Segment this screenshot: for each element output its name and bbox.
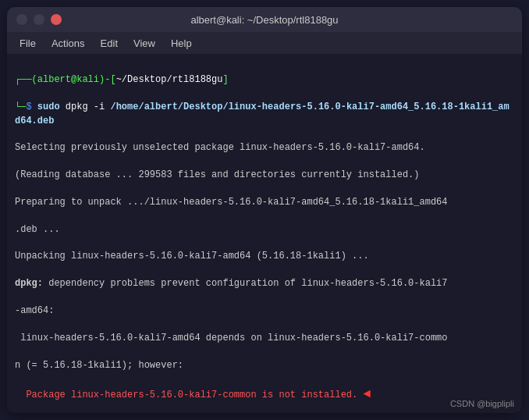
menu-view[interactable]: View <box>127 36 162 51</box>
minimize-button[interactable] <box>16 14 27 25</box>
window-buttons <box>16 14 62 25</box>
maximize-button[interactable] <box>34 14 44 25</box>
close-button[interactable] <box>51 14 62 25</box>
menu-actions[interactable]: Actions <box>45 36 91 51</box>
menu-file[interactable]: File <box>13 36 42 51</box>
menu-help[interactable]: Help <box>165 36 198 51</box>
menubar: File Actions Edit View Help <box>7 32 522 54</box>
terminal-body[interactable]: ┌──(albert@kali)-[~/Desktop/rtl8188gu] └… <box>7 54 522 413</box>
menu-edit[interactable]: Edit <box>94 36 124 51</box>
watermark: CSDN @bigplipli <box>450 399 514 408</box>
titlebar: albert@kali: ~/Desktop/rtl8188gu <box>7 7 522 32</box>
terminal-output: ┌──(albert@kali)-[~/Desktop/rtl8188gu] └… <box>15 60 514 413</box>
terminal-window: albert@kali: ~/Desktop/rtl8188gu File Ac… <box>7 7 522 413</box>
window-title: albert@kali: ~/Desktop/rtl8188gu <box>190 14 338 26</box>
